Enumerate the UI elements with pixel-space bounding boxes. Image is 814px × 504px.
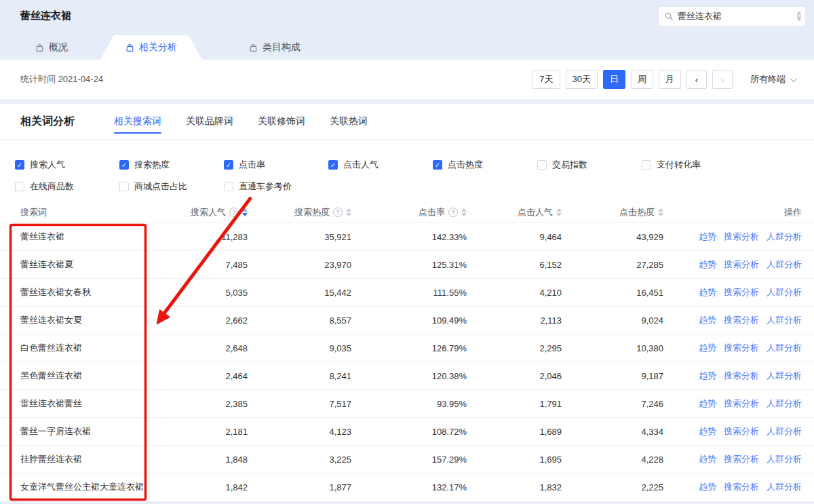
trend-link[interactable]: 趋势 — [699, 453, 716, 465]
search-analysis-link[interactable]: 搜索分析 — [724, 286, 759, 298]
stats-row: 统计时间 2021-04-24 7天30天日周月‹› 所有终端 — [0, 60, 814, 99]
crowd-analysis-link[interactable]: 人群分析 — [767, 453, 802, 465]
crowd-analysis-link[interactable]: 人群分析 — [767, 342, 802, 354]
search-analysis-link[interactable]: 搜索分析 — [724, 481, 759, 493]
search-analysis-link[interactable]: 搜索分析 — [724, 314, 759, 326]
section-tab[interactable]: 关联修饰词 — [258, 104, 305, 139]
trend-link[interactable]: 趋势 — [699, 398, 716, 410]
cell-search-heat: 9,035 — [248, 343, 351, 353]
crowd-analysis-link[interactable]: 人群分析 — [767, 481, 802, 493]
metric-checkbox[interactable]: 直通车参考价 — [224, 180, 328, 193]
range-button[interactable]: 7天 — [532, 70, 560, 89]
cell-click-rate: 126.79% — [351, 343, 467, 353]
crowd-analysis-link[interactable]: 人群分析 — [767, 425, 802, 438]
metric-checkbox[interactable]: 商城点击占比 — [119, 180, 224, 193]
cell-search-heat: 4,123 — [248, 427, 351, 437]
checkbox-icon — [15, 160, 24, 170]
terminal-dropdown[interactable]: 所有终端 — [750, 73, 795, 85]
crowd-analysis-link[interactable]: 人群分析 — [767, 370, 802, 382]
sort-icon[interactable] — [556, 208, 562, 216]
cell-search-word: 蕾丝连衣裙女春秋 — [0, 286, 190, 298]
search-analysis-link[interactable]: 搜索分析 — [724, 425, 759, 438]
cell-actions: 趋势搜索分析人群分析 — [663, 342, 814, 354]
cell-click-heat: 9,187 — [562, 371, 663, 381]
search-box[interactable] — [658, 6, 806, 26]
trend-link[interactable]: 趋势 — [699, 370, 716, 382]
trend-link[interactable]: 趋势 — [699, 258, 716, 271]
table-row: 女童洋气蕾丝公主裙大童连衣裙 1,842 1,877 132.17% 1,832… — [0, 473, 814, 501]
section-tab[interactable]: 关联品牌词 — [186, 104, 233, 139]
cell-search-heat: 8,557 — [248, 315, 351, 326]
table-header-row: 搜索词 搜索人气 搜索热度 点击率 点击人气 点击热度 操作 — [0, 202, 814, 222]
sort-icon[interactable] — [242, 208, 248, 216]
sort-icon[interactable] — [346, 208, 351, 216]
top-tab[interactable]: 相关分析 — [100, 35, 202, 60]
crowd-analysis-link[interactable]: 人群分析 — [767, 231, 802, 243]
search-analysis-link[interactable]: 搜索分析 — [724, 342, 759, 354]
range-button[interactable]: 日 — [603, 70, 625, 89]
range-button[interactable]: 月 — [659, 70, 681, 89]
table-row: 蕾丝一字肩连衣裙 2,181 4,123 108.72% 1,689 4,334… — [0, 417, 814, 445]
cell-search-word: 女童洋气蕾丝公主裙大童连衣裙 — [0, 481, 190, 493]
metric-checkbox[interactable]: 支付转化率 — [642, 159, 746, 171]
cell-actions: 趋势搜索分析人群分析 — [663, 286, 814, 298]
top-tab[interactable]: 概况 — [20, 35, 83, 60]
top-tab[interactable]: 类目构成 — [224, 35, 326, 60]
table-row: 挂脖蕾丝连衣裙 1,848 3,225 157.29% 1,695 4,228 … — [0, 445, 814, 473]
crowd-analysis-link[interactable]: 人群分析 — [767, 398, 802, 410]
metric-label: 支付转化率 — [657, 159, 701, 171]
cell-click-popularity: 6,152 — [467, 260, 562, 270]
top-tab-label: 概况 — [49, 41, 68, 54]
cell-search-word: 黑色蕾丝连衣裙 — [0, 370, 190, 382]
stat-time: 统计时间 2021-04-24 — [20, 73, 103, 85]
table-row: 白色蕾丝连衣裙 2,648 9,035 126.79% 2,295 10,380… — [0, 334, 814, 362]
prev-page-button[interactable]: ‹ — [686, 70, 707, 89]
crowd-analysis-link[interactable]: 人群分析 — [767, 286, 802, 298]
trend-link[interactable]: 趋势 — [699, 231, 716, 243]
trend-link[interactable]: 趋势 — [699, 342, 716, 354]
search-input[interactable] — [678, 12, 797, 22]
sort-icon[interactable] — [461, 208, 467, 216]
date-range-controls: 7天30天日周月‹› 所有终端 — [527, 70, 805, 89]
next-page-button[interactable]: › — [712, 70, 733, 89]
metric-checkbox[interactable]: 搜索热度 — [119, 159, 224, 171]
search-analysis-link[interactable]: 搜索分析 — [724, 258, 759, 271]
clear-icon[interactable] — [797, 12, 801, 21]
cell-click-rate: 93.95% — [351, 399, 467, 409]
section-header: 相关词分析 相关搜索词关联品牌词关联修饰词关联热词 — [0, 104, 814, 140]
crowd-analysis-link[interactable]: 人群分析 — [767, 314, 802, 326]
crowd-analysis-link[interactable]: 人群分析 — [767, 258, 802, 271]
stat-time-label: 统计时间 — [20, 74, 56, 84]
sort-icon[interactable] — [658, 208, 663, 216]
cell-search-word: 雷丝连衣裙蕾丝 — [0, 398, 190, 410]
search-analysis-link[interactable]: 搜索分析 — [724, 398, 759, 410]
search-analysis-link[interactable]: 搜索分析 — [724, 370, 759, 382]
metric-checkbox[interactable]: 点击热度 — [433, 159, 537, 171]
range-button[interactable]: 30天 — [566, 70, 598, 89]
section-tab[interactable]: 关联热词 — [330, 104, 368, 139]
metric-filters: 搜索人气 搜索热度 点击率 点击人气 点击热度 交易指数 支付转化率 在线商品数… — [0, 140, 814, 193]
cell-search-heat: 1,877 — [248, 482, 351, 492]
section-title: 相关词分析 — [20, 115, 75, 129]
trend-link[interactable]: 趋势 — [699, 481, 716, 493]
cell-actions: 趋势搜索分析人群分析 — [663, 314, 814, 326]
metric-checkbox[interactable]: 搜索人气 — [15, 159, 119, 171]
stat-time-date: 2021-04-24 — [58, 74, 104, 84]
search-analysis-link[interactable]: 搜索分析 — [724, 453, 759, 465]
trend-link[interactable]: 趋势 — [699, 286, 716, 298]
metric-checkbox[interactable]: 点击人气 — [328, 159, 433, 171]
checkbox-icon — [537, 160, 547, 170]
cell-actions: 趋势搜索分析人群分析 — [663, 258, 814, 271]
metric-checkbox[interactable]: 点击率 — [224, 159, 328, 171]
cell-search-popularity: 2,385 — [190, 399, 248, 409]
search-analysis-link[interactable]: 搜索分析 — [724, 231, 759, 243]
metric-checkbox[interactable]: 在线商品数 — [15, 180, 119, 193]
range-button[interactable]: 周 — [631, 70, 653, 89]
trend-link[interactable]: 趋势 — [699, 425, 716, 438]
metric-checkbox[interactable]: 交易指数 — [537, 159, 642, 171]
search-icon — [664, 12, 674, 21]
trend-link[interactable]: 趋势 — [699, 314, 716, 326]
section-tab[interactable]: 相关搜索词 — [114, 104, 161, 139]
cell-click-popularity: 2,113 — [467, 315, 562, 326]
range-buttons: 7天30天日周月‹› — [527, 70, 733, 89]
